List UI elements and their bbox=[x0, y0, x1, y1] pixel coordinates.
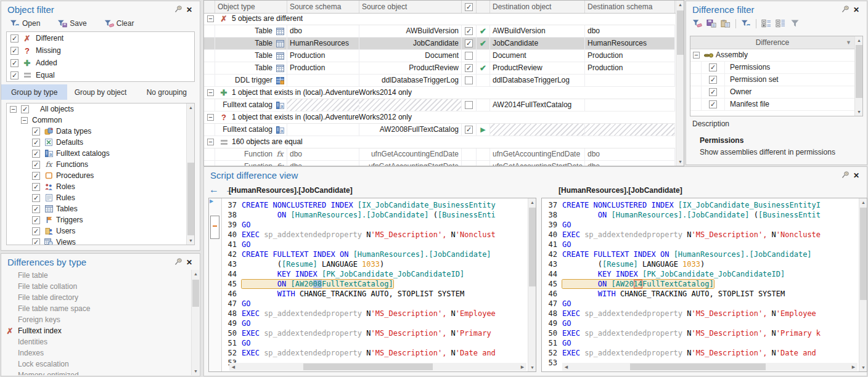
select-all-checkbox-cell[interactable]: ✓ bbox=[462, 1, 477, 13]
apply-filter-button[interactable] bbox=[788, 18, 801, 29]
open-filter-button[interactable]: Open bbox=[10, 19, 40, 28]
scroll-up-icon[interactable]: ▲ bbox=[187, 103, 195, 111]
difference-type-item[interactable]: Lock escalation bbox=[2, 359, 199, 370]
checkbox[interactable]: ✓ bbox=[709, 88, 717, 96]
tree-item[interactable]: −Common bbox=[7, 115, 194, 126]
tree-item[interactable]: ✓Views bbox=[7, 237, 194, 245]
difference-type-item[interactable]: File table directory bbox=[2, 292, 199, 303]
object-row[interactable]: TableProductionProductReview✓✔ProductRev… bbox=[204, 62, 675, 75]
source-horizontal-scrollbar[interactable]: ◀ ▶ bbox=[229, 363, 526, 371]
object-row[interactable]: Fulltext catalogaAW2008FullTextCatalog✓▶ bbox=[204, 124, 675, 136]
tree-item[interactable]: ✓Roles bbox=[7, 181, 194, 192]
tree-item[interactable]: ✓Data types bbox=[7, 126, 194, 137]
scroll-left-icon[interactable]: ◀ bbox=[229, 363, 237, 371]
tree-item[interactable]: ✓Tables bbox=[7, 203, 194, 214]
close-icon[interactable]: ✕ bbox=[184, 6, 195, 14]
checkbox[interactable]: ✓ bbox=[21, 105, 29, 113]
checkbox[interactable]: ✓ bbox=[32, 161, 40, 169]
prev-difference-button[interactable]: ← bbox=[209, 184, 219, 195]
scroll-right-icon[interactable]: ▶ bbox=[850, 363, 858, 371]
filter-scrollbar[interactable]: ▲ ▼ bbox=[854, 36, 862, 116]
checkbox[interactable]: ✓ bbox=[709, 76, 717, 84]
group-row[interactable]: −✚1 object that exists in (local).Advent… bbox=[204, 87, 675, 99]
tree-item[interactable]: −✓All objects bbox=[7, 103, 194, 115]
list-scrollbar[interactable]: ▲ ▼ bbox=[191, 270, 199, 375]
close-icon[interactable]: ✕ bbox=[851, 171, 862, 180]
difference-type-item[interactable]: Indexes bbox=[2, 347, 199, 359]
select-all-checkbox[interactable]: ✓ bbox=[465, 3, 473, 11]
checkbox[interactable]: ✓ bbox=[32, 150, 40, 158]
scroll-thumb[interactable] bbox=[303, 363, 433, 370]
row-checkbox[interactable]: ✓ bbox=[465, 126, 473, 134]
diff-minimap[interactable]: ▶ bbox=[209, 198, 222, 371]
checkbox[interactable]: ✓ bbox=[32, 238, 40, 246]
scroll-thumb[interactable] bbox=[630, 363, 766, 370]
difference-row[interactable]: ✓Manifest file bbox=[690, 99, 854, 111]
tree-item[interactable]: ✓Users bbox=[7, 225, 194, 237]
difference-row[interactable]: ✓Permission set bbox=[690, 74, 854, 86]
checkbox[interactable]: ✓ bbox=[10, 47, 18, 55]
scroll-thumb[interactable] bbox=[529, 208, 536, 286]
scroll-up-icon[interactable]: ▲ bbox=[859, 198, 867, 206]
scroll-up-icon[interactable]: ▲ bbox=[192, 270, 200, 278]
checkbox[interactable]: ✓ bbox=[32, 183, 40, 191]
pin-icon[interactable] bbox=[840, 171, 851, 180]
scroll-right-icon[interactable]: ▶ bbox=[518, 363, 526, 371]
group-row[interactable]: −160 objects are equal bbox=[204, 136, 675, 148]
row-checkbox[interactable]: ✓ bbox=[465, 27, 473, 35]
col-object-type[interactable]: Object type bbox=[215, 1, 287, 13]
scroll-down-icon[interactable]: ▼ bbox=[187, 237, 195, 245]
scroll-up-icon[interactable]: ▲ bbox=[676, 1, 684, 9]
difference-type-item[interactable]: File table collation bbox=[2, 281, 199, 292]
collapse-icon[interactable]: − bbox=[10, 106, 17, 113]
status-filter-different[interactable]: ✓✗Different bbox=[7, 32, 194, 44]
tree-item[interactable]: ✓fxFunctions bbox=[7, 159, 194, 170]
expand-all-button[interactable] bbox=[774, 18, 787, 29]
collapse-icon[interactable]: − bbox=[207, 139, 214, 145]
pin-icon[interactable] bbox=[173, 257, 184, 267]
scroll-up-icon[interactable]: ▲ bbox=[528, 198, 536, 206]
group-row[interactable]: −?1 object that exists in (local).Advent… bbox=[204, 111, 675, 124]
clear-filter-button[interactable]: Clear bbox=[104, 19, 134, 28]
scroll-down-icon[interactable]: ▼ bbox=[859, 363, 867, 371]
difference-type-item[interactable]: File table bbox=[2, 270, 199, 281]
col-destination-object[interactable]: Destination object bbox=[490, 1, 585, 13]
pin-icon[interactable] bbox=[173, 5, 184, 15]
col-destination-schema[interactable]: Destination schema bbox=[585, 1, 675, 13]
group-row[interactable]: −✗5 objects are different bbox=[204, 13, 675, 25]
col-source-object[interactable]: Source object bbox=[359, 1, 462, 13]
tree-scrollbar[interactable]: ▲ ▼ bbox=[186, 103, 194, 245]
object-row[interactable]: DDL triggerddlDatabaseTriggerLogddlDatab… bbox=[204, 75, 675, 87]
scroll-thumb[interactable] bbox=[677, 10, 684, 55]
difference-column-header[interactable]: Difference ▼ bbox=[690, 36, 854, 49]
scroll-thumb[interactable] bbox=[856, 45, 862, 98]
close-icon[interactable]: ✕ bbox=[184, 258, 195, 267]
grid-scrollbar[interactable]: ▲ ▼ bbox=[676, 1, 684, 166]
difference-row[interactable]: ✓Owner bbox=[690, 86, 854, 99]
row-checkbox[interactable] bbox=[465, 76, 473, 84]
scroll-thumb[interactable] bbox=[187, 163, 194, 235]
status-filter-added[interactable]: ✓✚Added bbox=[7, 57, 194, 69]
scroll-down-icon[interactable]: ▼ bbox=[676, 158, 684, 166]
checkbox[interactable]: ✓ bbox=[32, 194, 40, 202]
tree-item[interactable]: ✓Procedures bbox=[7, 170, 194, 181]
collapse-all-button[interactable] bbox=[760, 18, 772, 29]
tab-group-by-object[interactable]: Group by object bbox=[67, 84, 133, 100]
open-filter-button[interactable] bbox=[740, 18, 752, 29]
tab-group-by-type[interactable]: Group by type bbox=[1, 84, 67, 100]
pin-icon[interactable] bbox=[840, 5, 851, 15]
collapse-icon[interactable]: − bbox=[207, 114, 214, 121]
object-row[interactable]: TabledboAWBuildVersion✓✔AWBuildVersiondb… bbox=[204, 25, 675, 38]
row-checkbox[interactable]: ✓ bbox=[465, 39, 473, 47]
clear-filter-button[interactable] bbox=[691, 18, 703, 29]
checkbox[interactable]: ✓ bbox=[32, 139, 40, 147]
row-checkbox[interactable] bbox=[465, 52, 473, 60]
checkbox[interactable]: ✓ bbox=[10, 34, 18, 43]
save-filter-button[interactable]: Save bbox=[57, 19, 86, 28]
tree-item[interactable]: ✓Triggers bbox=[7, 214, 194, 225]
difference-type-item[interactable]: ✗Fulltext index bbox=[2, 325, 199, 336]
source-vertical-scrollbar[interactable]: ▲ ▼ bbox=[528, 198, 536, 371]
row-checkbox[interactable]: ✓ bbox=[465, 64, 473, 72]
checkbox[interactable]: ✓ bbox=[709, 63, 717, 71]
checkbox[interactable]: ✓ bbox=[32, 227, 40, 235]
